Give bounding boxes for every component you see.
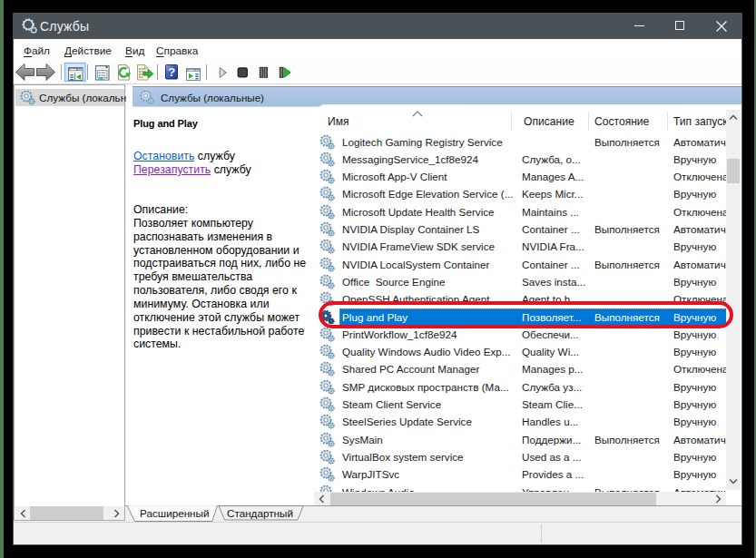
svg-text:Расширенный: Расширенный [140,507,210,519]
svg-text:Стандартный: Стандартный [227,507,293,519]
svg-text:?: ? [168,65,175,79]
